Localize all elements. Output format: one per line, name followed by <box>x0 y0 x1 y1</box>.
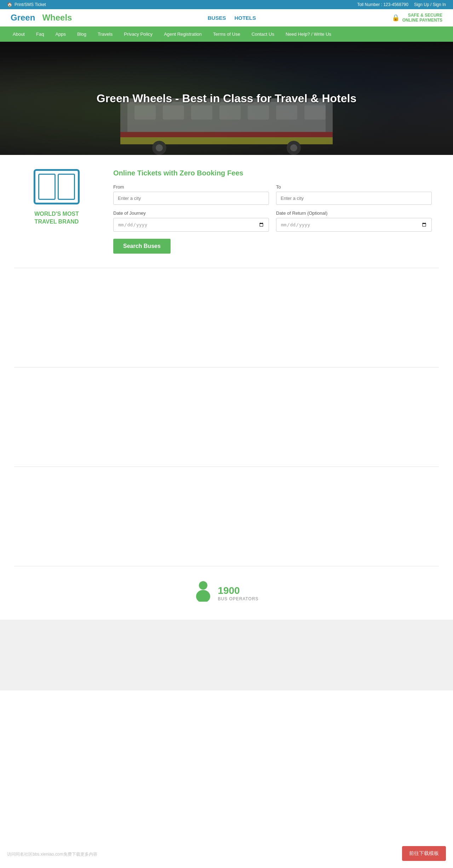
nav-apps[interactable]: Apps <box>50 27 71 42</box>
svg-rect-8 <box>304 105 326 120</box>
search-title: Online Tickets with Zero Booking Fees <box>113 169 432 177</box>
logo: Green Wheels <box>11 13 72 23</box>
nav-bar: About Faq Apps Blog Travels Privacy Poli… <box>0 27 453 42</box>
journey-date-group: Date of Journey <box>113 210 269 232</box>
bus-operators-icon <box>194 580 212 606</box>
nav-buses[interactable]: BUSES <box>208 15 226 21</box>
form-row-cities: From To <box>113 184 432 205</box>
lock-icon: 🔒 <box>392 14 400 22</box>
svg-point-16 <box>196 590 210 602</box>
return-date-group: Date of Return (Optional) <box>276 210 432 232</box>
stat-bus-operators: 1900 BUS OPERATORS <box>194 580 258 606</box>
brand-text: WORLD'S MOST TRAVEL BRAND <box>34 210 79 226</box>
main-content: WORLD'S MOST TRAVEL BRAND Online Tickets… <box>0 155 453 268</box>
svg-rect-6 <box>248 105 269 120</box>
logo-second: Wheels <box>42 13 72 22</box>
top-bar-right: Toll Number : 123-4568790 Sign Up / Sign… <box>357 2 446 7</box>
home-icon: 🏠 <box>7 2 12 7</box>
nav-about[interactable]: About <box>7 27 30 42</box>
signup-link[interactable]: Sign Up / Sign In <box>414 2 446 7</box>
svg-rect-10 <box>120 137 333 144</box>
from-group: From <box>113 184 269 205</box>
print-ticket-link[interactable]: Print/SMS Ticket <box>15 2 46 7</box>
brand-text-line2: TRAVEL BRAND <box>34 218 79 226</box>
stat-number: 1900 <box>218 585 258 596</box>
empty-section-3 <box>0 467 453 566</box>
brand-panel-right <box>58 174 75 200</box>
header-nav: BUSES HOTELS <box>208 15 256 21</box>
toll-number: Toll Number : 123-4568790 <box>357 2 408 7</box>
nav-contact[interactable]: Contact Us <box>246 27 280 42</box>
svg-point-15 <box>199 581 207 590</box>
svg-point-14 <box>290 144 297 151</box>
nav-agent[interactable]: Agent Registration <box>158 27 207 42</box>
svg-rect-2 <box>134 105 156 120</box>
nav-hotels[interactable]: HOTELS <box>234 15 256 21</box>
journey-date-input[interactable] <box>113 218 269 232</box>
nav-blog[interactable]: Blog <box>71 27 92 42</box>
brand-icon <box>34 169 80 204</box>
hero-section: Green Wheels - Best in Class for Travel … <box>0 42 453 155</box>
nav-privacy[interactable]: Privacy Policy <box>118 27 158 42</box>
nav-terms[interactable]: Terms of Use <box>207 27 246 42</box>
form-row-dates: Date of Journey Date of Return (Optional… <box>113 210 432 232</box>
search-section: Online Tickets with Zero Booking Fees Fr… <box>113 169 432 254</box>
hero-bus-svg <box>103 77 350 155</box>
security-line2: ONLINE PAYMENTS <box>402 18 442 23</box>
stat-label: BUS OPERATORS <box>218 596 258 601</box>
logo-first: Green <box>11 13 35 22</box>
empty-section-1 <box>0 268 453 367</box>
footer <box>0 620 453 690</box>
top-bar: 🏠 Print/SMS Ticket Toll Number : 123-456… <box>0 0 453 9</box>
svg-point-13 <box>156 144 163 151</box>
security-line1: SAFE & SECURE <box>402 13 442 18</box>
return-date-label: Date of Return (Optional) <box>276 210 432 216</box>
from-input[interactable] <box>113 192 269 205</box>
nav-help[interactable]: Need Help? / Write Us <box>280 27 337 42</box>
security-text: SAFE & SECURE ONLINE PAYMENTS <box>402 13 442 23</box>
stat-info: 1900 BUS OPERATORS <box>218 585 258 601</box>
hero-title: Green Wheels - Best in Class for Travel … <box>97 92 356 105</box>
journey-date-label: Date of Journey <box>113 210 269 216</box>
svg-rect-3 <box>163 105 184 120</box>
from-label: From <box>113 184 269 190</box>
svg-rect-4 <box>191 105 212 120</box>
brand-panel-left <box>38 174 56 200</box>
header: Green Wheels BUSES HOTELS 🔒 SAFE & SECUR… <box>0 9 453 27</box>
stats-section: 1900 BUS OPERATORS <box>0 566 453 620</box>
svg-rect-5 <box>219 105 241 120</box>
to-group: To <box>276 184 432 205</box>
brand-section: WORLD'S MOST TRAVEL BRAND <box>21 169 92 226</box>
svg-rect-7 <box>276 105 297 120</box>
empty-section-2 <box>0 368 453 467</box>
header-security: 🔒 SAFE & SECURE ONLINE PAYMENTS <box>392 13 442 23</box>
to-label: To <box>276 184 432 190</box>
svg-rect-9 <box>120 132 333 137</box>
search-button[interactable]: Search Buses <box>113 239 171 254</box>
nav-travels[interactable]: Travels <box>92 27 118 42</box>
brand-text-line1: WORLD'S MOST <box>34 210 79 218</box>
to-input[interactable] <box>276 192 432 205</box>
top-bar-left: 🏠 Print/SMS Ticket <box>7 2 46 7</box>
return-date-input[interactable] <box>276 218 432 232</box>
nav-faq[interactable]: Faq <box>30 27 50 42</box>
